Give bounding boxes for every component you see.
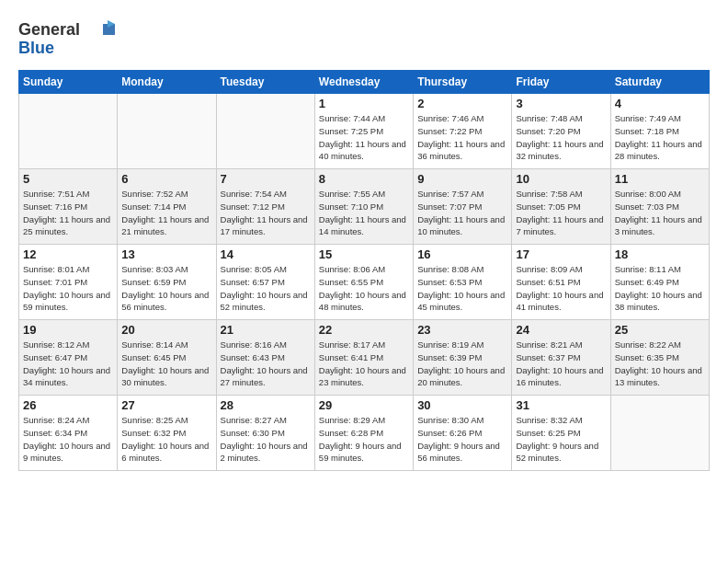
day-info: Sunrise: 7:57 AM Sunset: 7:07 PM Dayligh…: [417, 188, 507, 238]
weekday-header-monday: Monday: [118, 71, 216, 94]
day-number: 4: [615, 97, 705, 110]
day-info: Sunrise: 7:55 AM Sunset: 7:10 PM Dayligh…: [319, 188, 409, 238]
day-number: 30: [417, 398, 507, 412]
day-info: Sunrise: 8:00 AM Sunset: 7:03 PM Dayligh…: [615, 188, 705, 238]
calendar-day-cell: 22Sunrise: 8:17 AM Sunset: 6:41 PM Dayli…: [314, 320, 413, 396]
day-number: 7: [221, 172, 311, 186]
day-number: 1: [319, 97, 409, 110]
calendar-day-cell: 26Sunrise: 8:24 AM Sunset: 6:34 PM Dayli…: [19, 396, 118, 471]
calendar-page: General Blue SundayMondayTuesdayWednesda…: [0, 0, 728, 563]
calendar-day-cell: 1Sunrise: 7:44 AM Sunset: 7:25 PM Daylig…: [314, 94, 413, 169]
day-info: Sunrise: 8:32 AM Sunset: 6:25 PM Dayligh…: [516, 414, 606, 465]
day-number: 3: [516, 97, 606, 110]
weekday-header-saturday: Saturday: [610, 71, 709, 94]
calendar-day-cell: 30Sunrise: 8:30 AM Sunset: 6:26 PM Dayli…: [414, 396, 512, 471]
day-number: 9: [417, 172, 507, 186]
day-info: Sunrise: 8:06 AM Sunset: 6:55 PM Dayligh…: [319, 263, 409, 314]
logo: General Blue: [18, 17, 119, 61]
day-number: 14: [221, 247, 311, 261]
day-number: 22: [319, 323, 409, 337]
day-number: 23: [417, 323, 507, 337]
day-number: 19: [23, 323, 113, 337]
day-number: 5: [23, 172, 113, 186]
calendar-day-cell: 29Sunrise: 8:29 AM Sunset: 6:28 PM Dayli…: [314, 396, 413, 471]
page-header: General Blue: [18, 17, 710, 61]
calendar-day-cell: 27Sunrise: 8:25 AM Sunset: 6:32 PM Dayli…: [118, 396, 216, 471]
calendar-week-row: 1Sunrise: 7:44 AM Sunset: 7:25 PM Daylig…: [19, 94, 710, 169]
calendar-day-cell: 13Sunrise: 8:03 AM Sunset: 6:59 PM Dayli…: [118, 245, 216, 320]
day-number: 10: [516, 172, 606, 186]
day-info: Sunrise: 7:44 AM Sunset: 7:25 PM Dayligh…: [319, 112, 409, 163]
calendar-week-row: 12Sunrise: 8:01 AM Sunset: 7:01 PM Dayli…: [19, 245, 710, 320]
day-number: 13: [121, 247, 211, 261]
calendar-week-row: 26Sunrise: 8:24 AM Sunset: 6:34 PM Dayli…: [19, 396, 710, 471]
day-number: 17: [516, 247, 606, 261]
calendar-week-row: 19Sunrise: 8:12 AM Sunset: 6:47 PM Dayli…: [19, 320, 710, 396]
weekday-header-friday: Friday: [512, 71, 610, 94]
day-info: Sunrise: 7:49 AM Sunset: 7:18 PM Dayligh…: [615, 112, 705, 163]
day-number: 28: [221, 398, 311, 412]
calendar-day-cell: 5Sunrise: 7:51 AM Sunset: 7:16 PM Daylig…: [19, 169, 118, 245]
day-info: Sunrise: 8:01 AM Sunset: 7:01 PM Dayligh…: [23, 263, 113, 314]
calendar-day-cell: 11Sunrise: 8:00 AM Sunset: 7:03 PM Dayli…: [610, 169, 709, 245]
day-info: Sunrise: 7:48 AM Sunset: 7:20 PM Dayligh…: [516, 112, 606, 163]
logo-svg: General Blue: [18, 17, 119, 57]
day-number: 20: [121, 323, 211, 337]
calendar-day-cell: 4Sunrise: 7:49 AM Sunset: 7:18 PM Daylig…: [610, 94, 709, 169]
calendar-day-cell: [19, 94, 118, 169]
day-info: Sunrise: 8:22 AM Sunset: 6:35 PM Dayligh…: [615, 339, 705, 389]
day-info: Sunrise: 8:09 AM Sunset: 6:51 PM Dayligh…: [516, 263, 606, 314]
calendar-header-row: SundayMondayTuesdayWednesdayThursdayFrid…: [19, 71, 710, 94]
day-number: 6: [121, 172, 211, 186]
day-info: Sunrise: 8:17 AM Sunset: 6:41 PM Dayligh…: [319, 339, 409, 389]
calendar-day-cell: 16Sunrise: 8:08 AM Sunset: 6:53 PM Dayli…: [414, 245, 512, 320]
day-number: 16: [417, 247, 507, 261]
day-number: 2: [417, 97, 507, 110]
day-info: Sunrise: 8:16 AM Sunset: 6:43 PM Dayligh…: [221, 339, 311, 389]
calendar-day-cell: [118, 94, 216, 169]
day-number: 31: [516, 398, 606, 412]
day-info: Sunrise: 8:30 AM Sunset: 6:26 PM Dayligh…: [417, 414, 507, 465]
day-info: Sunrise: 7:46 AM Sunset: 7:22 PM Dayligh…: [417, 112, 507, 163]
day-info: Sunrise: 8:03 AM Sunset: 6:59 PM Dayligh…: [121, 263, 211, 314]
day-number: 18: [615, 247, 705, 261]
day-number: 29: [319, 398, 409, 412]
day-number: 11: [615, 172, 705, 186]
calendar-day-cell: 21Sunrise: 8:16 AM Sunset: 6:43 PM Dayli…: [216, 320, 314, 396]
calendar-day-cell: 20Sunrise: 8:14 AM Sunset: 6:45 PM Dayli…: [118, 320, 216, 396]
weekday-header-thursday: Thursday: [414, 71, 512, 94]
calendar-table: SundayMondayTuesdayWednesdayThursdayFrid…: [18, 70, 710, 471]
calendar-day-cell: 18Sunrise: 8:11 AM Sunset: 6:49 PM Dayli…: [610, 245, 709, 320]
day-number: 24: [516, 323, 606, 337]
day-info: Sunrise: 8:29 AM Sunset: 6:28 PM Dayligh…: [319, 414, 409, 465]
day-info: Sunrise: 8:27 AM Sunset: 6:30 PM Dayligh…: [221, 414, 311, 465]
day-info: Sunrise: 7:58 AM Sunset: 7:05 PM Dayligh…: [516, 188, 606, 238]
weekday-header-tuesday: Tuesday: [216, 71, 314, 94]
calendar-day-cell: 2Sunrise: 7:46 AM Sunset: 7:22 PM Daylig…: [414, 94, 512, 169]
day-info: Sunrise: 8:08 AM Sunset: 6:53 PM Dayligh…: [417, 263, 507, 314]
day-number: 27: [121, 398, 211, 412]
calendar-day-cell: 8Sunrise: 7:55 AM Sunset: 7:10 PM Daylig…: [314, 169, 413, 245]
day-info: Sunrise: 8:14 AM Sunset: 6:45 PM Dayligh…: [121, 339, 211, 389]
day-info: Sunrise: 7:54 AM Sunset: 7:12 PM Dayligh…: [221, 188, 311, 238]
calendar-body: 1Sunrise: 7:44 AM Sunset: 7:25 PM Daylig…: [19, 94, 710, 471]
day-info: Sunrise: 8:24 AM Sunset: 6:34 PM Dayligh…: [23, 414, 113, 465]
day-number: 21: [221, 323, 311, 337]
day-info: Sunrise: 8:21 AM Sunset: 6:37 PM Dayligh…: [516, 339, 606, 389]
calendar-day-cell: 12Sunrise: 8:01 AM Sunset: 7:01 PM Dayli…: [19, 245, 118, 320]
day-number: 12: [23, 247, 113, 261]
day-info: Sunrise: 8:05 AM Sunset: 6:57 PM Dayligh…: [221, 263, 311, 314]
weekday-header-sunday: Sunday: [19, 71, 118, 94]
weekday-header-wednesday: Wednesday: [314, 71, 413, 94]
svg-text:Blue: Blue: [18, 39, 54, 57]
day-info: Sunrise: 7:51 AM Sunset: 7:16 PM Dayligh…: [23, 188, 113, 238]
calendar-day-cell: 3Sunrise: 7:48 AM Sunset: 7:20 PM Daylig…: [512, 94, 610, 169]
calendar-day-cell: 28Sunrise: 8:27 AM Sunset: 6:30 PM Dayli…: [216, 396, 314, 471]
calendar-day-cell: 23Sunrise: 8:19 AM Sunset: 6:39 PM Dayli…: [414, 320, 512, 396]
calendar-day-cell: 9Sunrise: 7:57 AM Sunset: 7:07 PM Daylig…: [414, 169, 512, 245]
calendar-day-cell: 15Sunrise: 8:06 AM Sunset: 6:55 PM Dayli…: [314, 245, 413, 320]
calendar-week-row: 5Sunrise: 7:51 AM Sunset: 7:16 PM Daylig…: [19, 169, 710, 245]
calendar-day-cell: 25Sunrise: 8:22 AM Sunset: 6:35 PM Dayli…: [610, 320, 709, 396]
day-number: 8: [319, 172, 409, 186]
calendar-day-cell: 7Sunrise: 7:54 AM Sunset: 7:12 PM Daylig…: [216, 169, 314, 245]
